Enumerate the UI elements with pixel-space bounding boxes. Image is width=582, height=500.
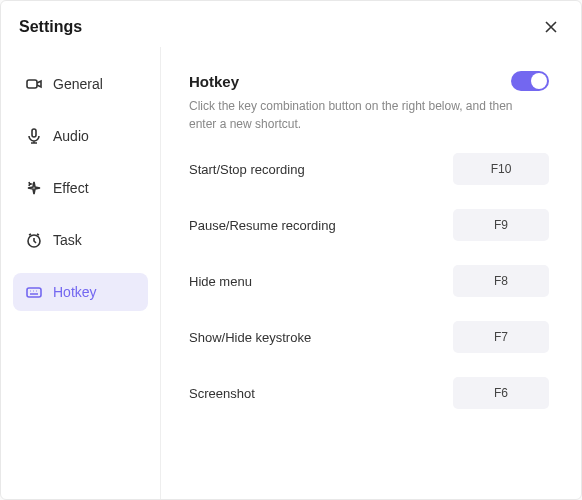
hotkey-row-hide-menu: Hide menu F8 <box>189 265 549 297</box>
close-button[interactable] <box>539 15 563 39</box>
close-icon <box>544 20 558 34</box>
sidebar: General Audio Effect Task <box>1 47 161 499</box>
sidebar-item-task[interactable]: Task <box>13 221 148 259</box>
section-description: Click the key combination button on the … <box>189 97 529 133</box>
key-button-keystroke[interactable]: F7 <box>453 321 549 353</box>
svg-rect-1 <box>32 129 36 137</box>
svg-rect-3 <box>27 288 41 297</box>
titlebar: Settings <box>1 1 581 47</box>
camera-icon <box>25 75 43 93</box>
sidebar-item-general[interactable]: General <box>13 65 148 103</box>
sidebar-item-audio[interactable]: Audio <box>13 117 148 155</box>
row-label: Pause/Resume recording <box>189 218 336 233</box>
key-button-hide-menu[interactable]: F8 <box>453 265 549 297</box>
section-header: Hotkey <box>189 71 549 91</box>
sidebar-item-label: Task <box>53 232 82 248</box>
key-button-screenshot[interactable]: F6 <box>453 377 549 409</box>
hotkey-row-pause-resume: Pause/Resume recording F9 <box>189 209 549 241</box>
main-panel: Hotkey Click the key combination button … <box>161 47 581 499</box>
hotkey-row-keystroke: Show/Hide keystroke F7 <box>189 321 549 353</box>
sidebar-item-label: Effect <box>53 180 89 196</box>
keyboard-icon <box>25 283 43 301</box>
page-title: Settings <box>19 18 82 36</box>
row-label: Show/Hide keystroke <box>189 330 311 345</box>
key-button-start-stop[interactable]: F10 <box>453 153 549 185</box>
sidebar-item-hotkey[interactable]: Hotkey <box>13 273 148 311</box>
sidebar-item-effect[interactable]: Effect <box>13 169 148 207</box>
sparkle-icon <box>25 179 43 197</box>
key-button-pause-resume[interactable]: F9 <box>453 209 549 241</box>
row-label: Hide menu <box>189 274 252 289</box>
hotkey-row-screenshot: Screenshot F6 <box>189 377 549 409</box>
row-label: Screenshot <box>189 386 255 401</box>
section-title: Hotkey <box>189 73 239 90</box>
microphone-icon <box>25 127 43 145</box>
row-label: Start/Stop recording <box>189 162 305 177</box>
hotkey-row-start-stop: Start/Stop recording F10 <box>189 153 549 185</box>
body: General Audio Effect Task <box>1 47 581 499</box>
sidebar-item-label: Audio <box>53 128 89 144</box>
sidebar-item-label: General <box>53 76 103 92</box>
clock-icon <box>25 231 43 249</box>
sidebar-item-label: Hotkey <box>53 284 97 300</box>
settings-window: Settings General Audio <box>0 0 582 500</box>
svg-rect-0 <box>27 80 37 88</box>
hotkey-toggle[interactable] <box>511 71 549 91</box>
